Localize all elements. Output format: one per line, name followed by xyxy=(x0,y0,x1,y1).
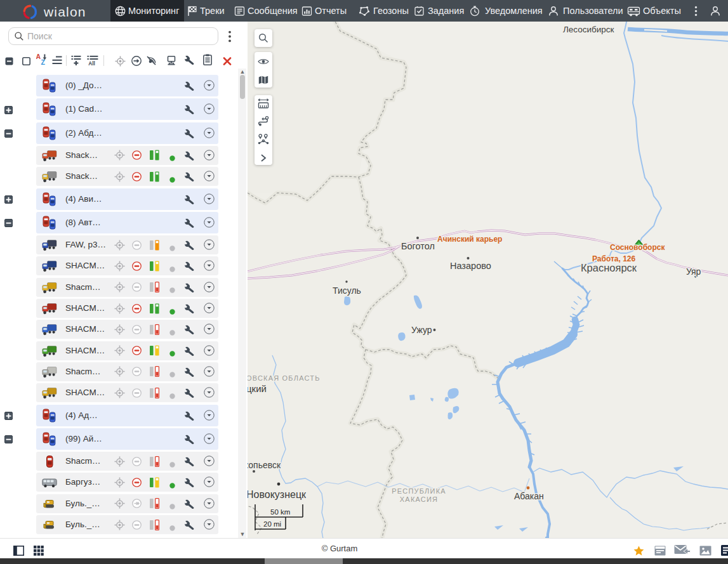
svg-text:РЕСПУБЛИКА: РЕСПУБЛИКА xyxy=(392,487,446,495)
svg-text:ОВСКАЯ ОБЛАСТЬ: ОВСКАЯ ОБЛАСТЬ xyxy=(248,374,321,382)
svg-text:цкий: цкий xyxy=(248,383,267,394)
svg-text:Лесосибирск: Лесосибирск xyxy=(563,25,614,34)
svg-text:Сосновоборск: Сосновоборск xyxy=(610,243,665,252)
svg-text:ХАКАСИЯ: ХАКАСИЯ xyxy=(400,495,438,503)
svg-text:Боготол: Боготол xyxy=(401,241,435,251)
svg-text:All: All xyxy=(88,60,95,66)
svg-text:Красноярск: Красноярск xyxy=(581,262,637,273)
svg-text:Абакан: Абакан xyxy=(514,491,544,501)
svg-text:50 km: 50 km xyxy=(270,508,290,516)
svg-text:Назарово: Назарово xyxy=(450,261,491,271)
svg-text:Новокузнецк: Новокузнецк xyxy=(248,489,307,500)
svg-text:Ужур: Ужур xyxy=(411,325,432,335)
svg-text:Уяр: Уяр xyxy=(686,266,701,277)
svg-text:20 mi: 20 mi xyxy=(263,520,281,528)
svg-text:А: А xyxy=(36,53,41,60)
svg-text:Тисуль: Тисуль xyxy=(333,285,361,296)
svg-text:копьевск: копьевск xyxy=(248,460,281,470)
svg-text:Ачинский карьер: Ачинский карьер xyxy=(437,235,502,244)
svg-text:wialon: wialon xyxy=(43,4,86,19)
